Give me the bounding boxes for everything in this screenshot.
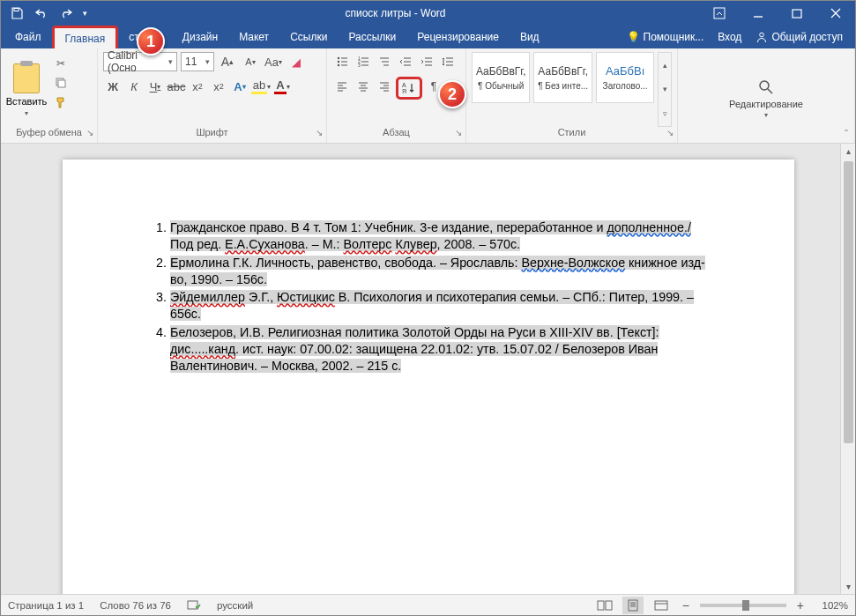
font-name-combo[interactable]: Calibri (Осно▾ xyxy=(103,52,177,71)
status-bar: Страница 1 из 1 Слово 76 из 76 русский −… xyxy=(1,594,855,615)
decrease-indent-icon[interactable] xyxy=(396,52,415,71)
tab-design[interactable]: Дизайн xyxy=(172,26,228,48)
ribbon-options-icon[interactable] xyxy=(700,1,739,26)
svg-rect-18 xyxy=(629,600,637,611)
svg-point-7 xyxy=(338,61,339,63)
align-right-icon[interactable] xyxy=(375,77,394,96)
underline-button[interactable]: Ч▾ xyxy=(145,77,165,96)
print-layout-icon[interactable] xyxy=(622,597,644,614)
window-title: спиоск литры - Word xyxy=(91,7,700,19)
styles-more-icon[interactable]: ▴▾▿ xyxy=(658,52,672,127)
share-button[interactable]: Общий доступ xyxy=(748,31,850,43)
document-area[interactable]: Гражданское право. В 4 т. Том 1: Учебник… xyxy=(1,144,840,594)
zoom-slider[interactable] xyxy=(700,604,786,607)
tell-me[interactable]: 💡 Помощник... xyxy=(620,31,711,43)
group-clipboard-label: Буфер обмена↘ xyxy=(1,127,97,143)
undo-icon[interactable] xyxy=(29,1,54,26)
group-clipboard: Вставить ▾ ✂ Буфер обмена↘ xyxy=(1,48,98,143)
proofing-icon[interactable] xyxy=(187,599,201,612)
svg-text:А: А xyxy=(402,82,406,88)
tab-home[interactable]: Главная xyxy=(52,26,119,48)
tab-review[interactable]: Рецензирование xyxy=(406,26,510,48)
tab-references[interactable]: Ссылки xyxy=(279,26,338,48)
scroll-down-icon[interactable]: ▾ xyxy=(841,579,855,594)
vertical-scrollbar[interactable]: ▴ ▾ xyxy=(840,144,855,594)
svg-point-3 xyxy=(760,33,764,37)
redo-icon[interactable] xyxy=(54,1,78,26)
highlight-icon[interactable]: ab▾ xyxy=(251,77,271,96)
paragraph-launcher-icon[interactable]: ↘ xyxy=(455,128,462,137)
copy-icon[interactable] xyxy=(52,75,70,91)
qat-customize-icon[interactable]: ▾ xyxy=(78,1,91,26)
save-icon[interactable] xyxy=(4,1,29,26)
superscript-button[interactable]: x2 xyxy=(209,77,228,96)
list-item[interactable]: Белозеров, И.В. Религиозная политика Зол… xyxy=(170,324,713,375)
subscript-button[interactable]: x2 xyxy=(188,77,207,96)
strike-button[interactable]: abc xyxy=(167,77,186,96)
ribbon: Вставить ▾ ✂ Буфер обмена↘ Calibri (Осно… xyxy=(1,48,855,144)
tab-file[interactable]: Файл xyxy=(4,26,52,48)
change-case-icon[interactable]: Aa▾ xyxy=(264,52,283,71)
status-language[interactable]: русский xyxy=(217,600,253,611)
status-page[interactable]: Страница 1 из 1 xyxy=(8,600,84,611)
tab-layout[interactable]: Макет xyxy=(228,26,279,48)
align-left-icon[interactable] xyxy=(332,77,352,96)
grow-font-icon[interactable]: A▴ xyxy=(218,52,237,71)
svg-text:3: 3 xyxy=(358,63,361,68)
find-icon[interactable] xyxy=(756,78,776,97)
tab-mailings[interactable]: Рассылки xyxy=(338,26,406,48)
clipboard-launcher-icon[interactable]: ↘ xyxy=(86,128,93,137)
cut-icon[interactable]: ✂ xyxy=(52,56,70,71)
page: Гражданское право. В 4 т. Том 1: Учебник… xyxy=(63,160,794,594)
numbered-list[interactable]: Гражданское право. В 4 т. Том 1: Учебник… xyxy=(144,219,713,375)
style-item[interactable]: АаБбВвГг,¶ Обычный xyxy=(472,52,530,103)
align-center-icon[interactable] xyxy=(354,77,373,96)
group-editing-label: Редактирование xyxy=(729,99,803,109)
paste-button[interactable]: Вставить ▾ xyxy=(6,52,47,127)
clear-formatting-icon[interactable]: ◢ xyxy=(287,52,306,71)
bullets-icon[interactable] xyxy=(332,52,352,71)
font-color-icon[interactable]: A▾ xyxy=(272,77,292,96)
zoom-in-icon[interactable]: + xyxy=(793,598,808,612)
minimize-icon[interactable] xyxy=(739,1,778,26)
style-item[interactable]: АаБбВвГг,¶ Без инте... xyxy=(533,52,592,103)
annotation-marker-1: 1 xyxy=(137,27,165,56)
line-spacing-icon[interactable] xyxy=(438,52,458,71)
group-paragraph-label: Абзац↘ xyxy=(327,127,465,143)
multilevel-list-icon[interactable] xyxy=(375,52,394,71)
scroll-up-icon[interactable]: ▴ xyxy=(841,144,855,159)
text-effects-icon[interactable]: A▾ xyxy=(230,77,249,96)
styles-launcher-icon[interactable]: ↘ xyxy=(666,128,674,137)
paste-label: Вставить xyxy=(6,96,48,107)
list-item[interactable]: Ермолина Г.К. Личность, равенство, свобо… xyxy=(170,255,713,289)
collapse-ribbon-icon[interactable]: ˆ xyxy=(845,129,848,141)
close-icon[interactable] xyxy=(816,1,855,26)
group-font: Calibri (Осно▾ 11▾ A▴ A▾ Aa▾ ◢ Ж К Ч▾ ab… xyxy=(98,48,327,143)
font-launcher-icon[interactable]: ↘ xyxy=(316,128,323,137)
italic-button[interactable]: К xyxy=(124,77,144,96)
group-styles: АаБбВвГг,¶ ОбычныйАаБбВвГг,¶ Без инте...… xyxy=(466,48,678,143)
zoom-level[interactable]: 102% xyxy=(815,600,848,611)
format-painter-icon[interactable] xyxy=(52,94,70,110)
svg-rect-16 xyxy=(598,601,604,610)
tab-view[interactable]: Вид xyxy=(510,26,550,48)
clipboard-icon xyxy=(13,63,40,93)
signin-button[interactable]: Вход xyxy=(711,31,748,43)
numbering-icon[interactable]: 123 xyxy=(354,52,373,71)
maximize-icon[interactable] xyxy=(778,1,816,26)
tell-me-label: Помощник... xyxy=(644,31,704,43)
read-mode-icon[interactable] xyxy=(594,597,615,614)
svg-rect-2 xyxy=(793,10,801,18)
list-item[interactable]: Эйдемиллер Э.Г., Юстицкис В. Психология … xyxy=(170,289,713,323)
style-item[interactable]: АаБбВıЗаголово... xyxy=(596,52,654,103)
bold-button[interactable]: Ж xyxy=(103,77,123,96)
web-layout-icon[interactable] xyxy=(651,597,672,614)
scroll-thumb[interactable] xyxy=(844,161,853,443)
status-words[interactable]: Слово 76 из 76 xyxy=(100,600,171,611)
font-size-combo[interactable]: 11▾ xyxy=(181,52,214,71)
increase-indent-icon[interactable] xyxy=(417,52,436,71)
shrink-font-icon[interactable]: A▾ xyxy=(241,52,260,71)
zoom-out-icon[interactable]: − xyxy=(679,598,693,612)
sort-button[interactable]: АЯ xyxy=(400,80,418,96)
list-item[interactable]: Гражданское право. В 4 т. Том 1: Учебник… xyxy=(170,219,713,254)
